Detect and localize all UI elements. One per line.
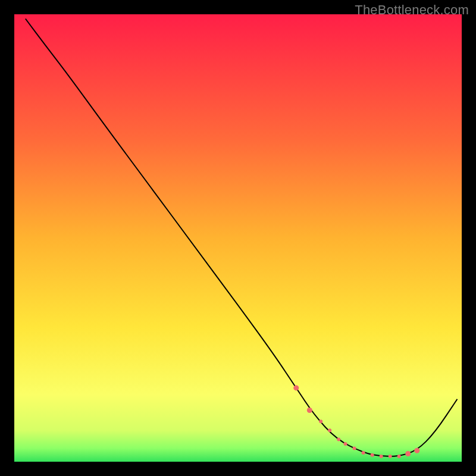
chart-root: TheBottleneck.com [0, 0, 476, 476]
marker-dot [389, 455, 392, 458]
marker-dot [319, 419, 322, 423]
marker-dot [343, 442, 347, 446]
marker-dot [307, 408, 312, 413]
chart-canvas [0, 0, 476, 476]
plot-background [14, 14, 462, 462]
marker-dot [293, 385, 299, 390]
marker-dot [414, 448, 419, 453]
marker-dot [353, 446, 356, 450]
marker-dot [405, 451, 411, 456]
marker-dot [337, 437, 340, 441]
marker-dot [328, 428, 331, 432]
marker-dot [397, 455, 401, 458]
watermark-text: TheBottleneck.com [355, 2, 469, 18]
marker-dot [371, 453, 374, 457]
marker-dot [362, 451, 365, 455]
marker-dot [380, 455, 383, 458]
